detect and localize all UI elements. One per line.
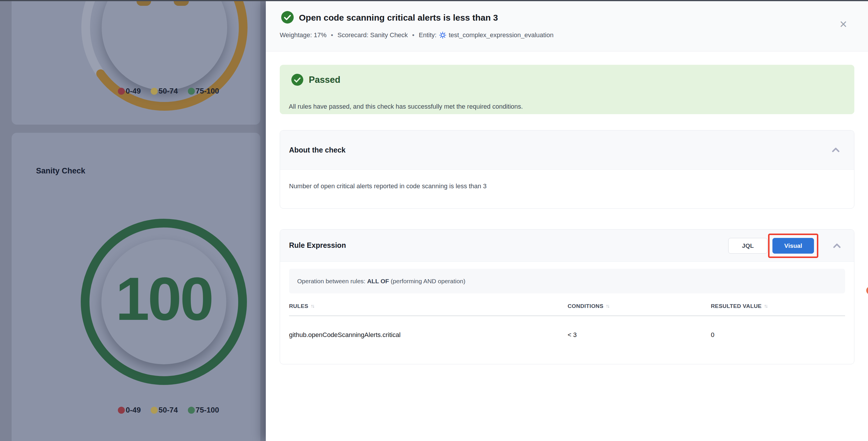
chevron-up-icon[interactable] <box>833 243 841 249</box>
legend-label: 50-74 <box>159 406 178 415</box>
scorecard-text: Scorecard: Sanity Check <box>338 31 408 39</box>
legend-dot-green <box>188 88 195 95</box>
about-check-card: About the check Number of open critical … <box>280 130 854 209</box>
check-passed-icon <box>281 11 294 24</box>
legend-label: 50-74 <box>159 87 178 96</box>
rule-expression-card: Rule Expression JQL Visual Operation bet… <box>280 229 854 364</box>
condition-cell: < 3 <box>568 331 711 339</box>
legend-dot-red <box>118 88 125 95</box>
panel-title: Open code scanning critical alerts is le… <box>299 13 498 23</box>
bullet-separator: • <box>412 31 414 39</box>
legend-item: 50-74 <box>151 87 178 96</box>
visual-button-highlight-box: Visual <box>768 233 818 258</box>
visual-toggle-button[interactable]: Visual <box>772 238 814 254</box>
check-detail-panel: Open code scanning critical alerts is le… <box>266 1 868 441</box>
rule-expression-actions: JQL Visual <box>728 229 841 262</box>
column-header-resulted-value[interactable]: RESULTED VALUE ↑↓ <box>711 303 854 309</box>
panel-header: Open code scanning critical alerts is le… <box>266 1 868 52</box>
gear-icon <box>439 31 446 39</box>
partial-score-digit <box>174 1 189 6</box>
entity-label: Entity: <box>419 31 437 39</box>
legend-item: 75-100 <box>188 406 219 415</box>
score-range-legend: 0-49 50-74 75-100 <box>118 87 219 96</box>
gauge-score-value: 100 <box>101 264 226 334</box>
status-description: All rules have passed, and this check ha… <box>289 103 523 111</box>
dimmed-dashboard-background: 0-49 50-74 75-100 Sanity Check 100 <box>0 0 266 441</box>
legend-dot-red <box>118 407 125 414</box>
jql-toggle-button[interactable]: JQL <box>728 238 768 254</box>
status-banner-passed: Passed All rules have passed, and this c… <box>280 65 854 114</box>
column-label: RESULTED VALUE <box>711 303 762 309</box>
column-header-conditions[interactable]: CONDITIONS ↑↓ <box>568 303 711 309</box>
rules-table: RULES ↑↓ CONDITIONS ↑↓ RESULTED VALUE ↑↓… <box>280 300 854 339</box>
entity-ref[interactable]: Entity: test_complex_expression_evaluati… <box>419 31 554 39</box>
about-check-body: Number of open critical alerts reported … <box>280 170 854 190</box>
status-title: Passed <box>309 75 340 85</box>
operation-note: Operation between rules: ALL OF (perform… <box>289 269 845 293</box>
legend-item: 0-49 <box>118 406 141 415</box>
rules-table-header: RULES ↑↓ CONDITIONS ↑↓ RESULTED VALUE ↑↓ <box>280 300 854 313</box>
rule-expression-title: Rule Expression <box>289 241 346 250</box>
scorecard-card-sanity-check: Sanity Check 100 0-49 50-74 75-100 <box>11 133 260 441</box>
operation-suffix: (performing AND operation) <box>391 278 465 285</box>
weightage-text: Weightage: 17% <box>280 31 327 39</box>
legend-dot-gold <box>151 407 158 414</box>
sort-icon[interactable]: ↑↓ <box>764 303 767 309</box>
rule-name-cell: github.openCodeScanningAlerts.critical <box>289 331 568 339</box>
panel-meta: Weightage: 17% • Scorecard: Sanity Check… <box>280 31 553 39</box>
legend-label: 0-49 <box>126 406 141 415</box>
table-row: github.openCodeScanningAlerts.critical <… <box>280 316 854 339</box>
entity-name: test_complex_expression_evaluation <box>449 31 554 39</box>
banner-head: Passed <box>291 74 340 86</box>
legend-item: 50-74 <box>151 406 178 415</box>
column-label: CONDITIONS <box>568 303 603 309</box>
score-range-legend: 0-49 50-74 75-100 <box>118 406 219 415</box>
resulted-value-cell: 0 <box>711 331 854 339</box>
legend-item: 0-49 <box>118 87 141 96</box>
about-check-header[interactable]: About the check <box>280 130 854 170</box>
legend-label: 0-49 <box>126 87 141 96</box>
operation-prefix: Operation between rules: <box>297 278 366 285</box>
scorecard-title: Sanity Check <box>36 166 85 176</box>
close-icon[interactable]: × <box>837 18 850 31</box>
scorecard-card-partial: 0-49 50-74 75-100 <box>11 1 260 125</box>
bullet-separator: • <box>331 31 333 39</box>
chevron-up-icon[interactable] <box>831 147 840 153</box>
legend-dot-green <box>188 407 195 414</box>
sort-icon[interactable]: ↑↓ <box>311 303 314 309</box>
sort-icon[interactable]: ↑↓ <box>606 303 609 309</box>
about-check-text: Number of open critical alerts reported … <box>289 183 487 190</box>
screen: 0-49 50-74 75-100 Sanity Check 100 <box>0 0 868 441</box>
gauge-inner-disc: 100 <box>101 240 226 364</box>
rule-expression-header: Rule Expression JQL Visual <box>280 229 854 262</box>
window-top-bar <box>0 0 868 1</box>
column-label: RULES <box>289 303 308 309</box>
about-check-title: About the check <box>289 146 345 154</box>
operation-operator: ALL OF <box>367 278 389 285</box>
legend-label: 75-100 <box>195 406 219 415</box>
check-passed-icon <box>291 74 303 86</box>
legend-dot-gold <box>151 88 158 95</box>
column-header-rules[interactable]: RULES ↑↓ <box>289 303 568 309</box>
legend-label: 75-100 <box>195 87 219 96</box>
legend-item: 75-100 <box>188 87 219 96</box>
